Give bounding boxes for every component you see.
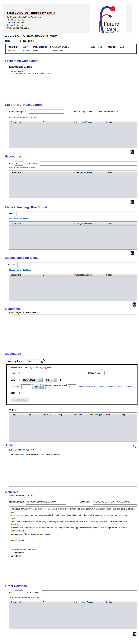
table-header-row: Department ID Investigation/Service Stat… — [10, 170, 137, 174]
xray-trash-row — [0, 302, 136, 307]
special-notes-input[interactable] — [104, 371, 128, 375]
uss-label: USS : — [9, 212, 15, 215]
lab-testings-table: Department ID Investigation/Service Stat… — [9, 120, 137, 148]
uss-input[interactable] — [16, 211, 137, 216]
column-header: ID — [41, 222, 73, 225]
table-body — [10, 416, 137, 442]
procedures-qty-label: Qty : — [9, 162, 14, 165]
column-header: Department — [10, 120, 41, 124]
other-services-table: Department ID Investigation / Service St… — [9, 600, 137, 629]
duration-unit-dropdown[interactable]: Day/s ▼ — [32, 384, 44, 389]
uss-field-row: USS : — [9, 211, 137, 216]
xray-field-row: X-Rays : — [8, 262, 137, 267]
procedures-input[interactable] — [40, 162, 137, 166]
section-title-advice: Advice — [5, 444, 133, 447]
referral-letter-textarea[interactable]: The above named 29 year old man presente… — [9, 506, 137, 579]
column-header: Way — [57, 412, 73, 416]
drug-row: Drug : Special Notes : — [11, 371, 135, 375]
clear-advice-button[interactable] — [133, 444, 136, 448]
advice-textarea[interactable]: Recommend for further evalauation with g… — [9, 452, 137, 486]
lab-trash-row — [0, 150, 134, 154]
section-title-laboratory: Laboratory Investigations — [5, 103, 139, 106]
column-header: Duration Type — [89, 412, 105, 416]
prescription-id-input[interactable] — [26, 359, 39, 364]
section-title-xray: Medical Imaging X-Ray — [5, 256, 139, 260]
chevron-down-icon: ▼ — [39, 378, 42, 382]
procedures-qty-input[interactable] — [15, 162, 23, 166]
referring-doctor-label: Reffering Doctor — [9, 500, 24, 503]
xray-table: Department ID Investigation/Service Stat… — [9, 273, 137, 301]
patient-id-value: 6727 — [23, 46, 33, 48]
procedures-label: Procedures : — [26, 162, 38, 165]
per-meal-input[interactable] — [68, 384, 76, 389]
referral-fields-row: Reffering Doctor Consultant — [9, 499, 137, 504]
gender-value: Male — [120, 46, 124, 48]
column-header: ID — [41, 120, 73, 124]
procedures-trash-row — [0, 200, 134, 204]
way-qty-input[interactable] — [59, 378, 66, 382]
table-body — [10, 174, 137, 198]
plus-circle-icon — [12, 398, 15, 401]
advice-label: Enter Doctor's Advice Here — [9, 448, 139, 451]
column-header: Note — [105, 412, 121, 416]
diagnosis-textarea[interactable] — [9, 314, 137, 345]
trash-icon — [130, 150, 134, 154]
date-row: Date : 2024-05-16 — [5, 40, 139, 42]
consulted-by-value: Dr. ABIODUN EMMANUEL TAIWO — [22, 35, 58, 37]
section-title-medication: Medication — [5, 352, 139, 356]
refresh-prescription-button[interactable] — [40, 359, 45, 364]
referring-doctor-input[interactable] — [26, 499, 66, 504]
column-header: Department — [10, 600, 41, 604]
consultant-input[interactable] — [93, 499, 137, 504]
colon: : — [20, 35, 22, 37]
column-header: Status — [105, 170, 137, 174]
logo-heart-icon: ♥ — [110, 28, 111, 31]
per-meal-label: Drugs/Tablets per meal : — [45, 384, 67, 389]
visit-id-label: Visit ID — [8, 49, 21, 52]
visit-date-value: 2024-05-16 — [52, 49, 63, 52]
colon: : — [21, 49, 23, 52]
clear-procedures-table-button[interactable] — [130, 200, 134, 204]
company-name: Future Care by Future Holdings (Pty) Lim… — [7, 12, 55, 15]
clear-uss-table-button[interactable] — [130, 251, 134, 256]
table-header-row: Department ID Investigation / Service St… — [10, 600, 137, 604]
colon: : — [19, 392, 22, 394]
decimal-instruction-note: Please add as decimal numbers when addin… — [78, 386, 135, 388]
consulted-by-label: Consulted By — [5, 35, 20, 37]
age-label: Age — [91, 46, 98, 48]
meal-timing-dropdown[interactable]: Before Meal ▼ — [22, 378, 42, 382]
uss-trash-row — [0, 251, 134, 256]
trash-outline-icon — [133, 444, 136, 448]
column-header: Drug — [26, 412, 42, 416]
other-services-input[interactable] — [42, 590, 137, 595]
clear-other-services-table-button[interactable] — [133, 632, 136, 636]
column-header: Duration — [73, 412, 89, 416]
column-header: Investigation / Service — [73, 600, 105, 604]
column-header: Department — [10, 170, 41, 174]
clear-lab-table-button[interactable] — [130, 150, 134, 154]
lab-investigation-input[interactable] — [29, 110, 64, 114]
colon: : — [21, 46, 23, 48]
referral-subtitle: Select the needed Refferal — [9, 494, 139, 497]
lab-field-row: Lab Investingation : Reffered By : ABIOD… — [9, 110, 137, 114]
add-drug-button[interactable]: Add Drug — [11, 397, 29, 402]
colon: : — [20, 40, 22, 42]
date-label: Date — [5, 40, 20, 42]
xray-input[interactable] — [17, 262, 137, 267]
patient-info-box: Patient ID : 6727 Patient Name : YASHVIN… — [5, 44, 137, 54]
logo-tagline: Body Mind Soul — [105, 31, 118, 33]
drug-label: Drug — [11, 372, 19, 374]
clear-xray-table-button[interactable] — [132, 302, 136, 307]
xray-label: X-Rays : — [8, 264, 16, 266]
duration-input[interactable] — [21, 384, 31, 389]
date-value: 2024-05-16 — [22, 40, 34, 42]
drug-input[interactable] — [22, 371, 82, 375]
frequency-value: OD — [45, 378, 54, 382]
consultation-report-page: Future Care by Future Holdings (Pty) Lim… — [0, 4, 139, 644]
trash-icon — [132, 302, 136, 307]
complaints-textarea[interactable]: PATIENT SEEN uss DONE SUGGESTIUVE OF ACU… — [9, 70, 137, 99]
other-services-qty-input[interactable] — [15, 590, 23, 595]
frequency-dropdown[interactable]: OD ▼ — [45, 378, 57, 382]
table-header-row: Department ID Investigation/Service Stat… — [10, 222, 137, 226]
duration-unit-value: Day/s — [32, 384, 40, 389]
